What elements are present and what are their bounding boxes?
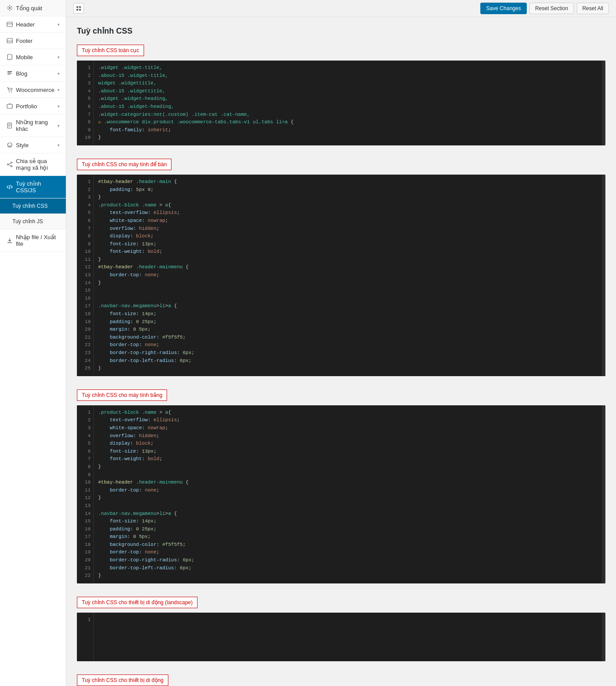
sidebar-label: Style xyxy=(16,142,57,149)
reset-section-button-top[interactable]: Reset Section xyxy=(529,3,574,14)
main-content: Save Changes Reset Section Reset All Tuỳ… xyxy=(66,0,616,686)
code-editor-landscape[interactable]: 1 xyxy=(77,613,605,661)
sidebar-label: Nhập file / Xuất file xyxy=(16,234,60,247)
chevron-icon: ▾ xyxy=(57,71,60,76)
code-editor-tablet[interactable]: 12345678910111213141516171819202122 .pro… xyxy=(77,405,605,583)
chevron-icon: ▾ xyxy=(57,22,60,27)
css-section-mobile: Tuỳ chỉnh CSS cho thiết bị di động 1 xyxy=(77,675,605,686)
reset-all-button-top[interactable]: Reset All xyxy=(577,3,609,14)
svg-line-18 xyxy=(8,163,11,164)
portfolio-icon xyxy=(6,103,13,110)
sidebar-item-blog[interactable]: Blog ▾ xyxy=(0,65,66,82)
line-numbers: 12345678910111213141516171819202122 xyxy=(77,405,94,583)
sidebar-label: Tuỳ chỉnh CSS/JS xyxy=(16,180,60,194)
code-text-landscape[interactable] xyxy=(94,613,602,661)
sidebar: Tổng quát Header ▾ Footer Mobile ▾ xyxy=(0,0,66,686)
svg-rect-3 xyxy=(7,38,12,43)
sidebar-item-header[interactable]: Header ▾ xyxy=(0,16,66,33)
code-divider xyxy=(602,405,605,583)
sidebar-label: Blog xyxy=(16,70,57,77)
code-editor-global[interactable]: 12345678910 .widget .widget-title, .abou… xyxy=(77,61,605,145)
svg-point-17 xyxy=(11,166,12,167)
cart-icon xyxy=(6,86,13,93)
sidebar-sub-label: Tuỳ chỉnh CSS xyxy=(12,203,60,209)
sidebar-item-woocommerce[interactable]: Woocommerce ▾ xyxy=(0,82,66,98)
footer-icon xyxy=(6,37,13,44)
settings-icon xyxy=(6,4,13,11)
sidebar-label: Header xyxy=(16,21,57,28)
style-icon xyxy=(6,141,13,149)
svg-rect-23 xyxy=(79,9,81,11)
css-section-landscape: Tuỳ chỉnh CSS cho thiết bị di động (land… xyxy=(77,597,605,661)
content-area: Tuỳ chỉnh CSS Tuỳ chỉnh CSS toàn cục 123… xyxy=(66,17,616,686)
svg-line-19 xyxy=(8,165,11,166)
header-icon xyxy=(6,21,13,28)
sidebar-label: Tổng quát xyxy=(16,5,60,11)
sidebar-item-nhap-xuat[interactable]: Nhập file / Xuất file xyxy=(0,229,66,252)
chevron-icon: ▾ xyxy=(57,123,60,128)
svg-point-8 xyxy=(11,91,12,92)
sidebar-label: Những trang khác xyxy=(16,119,57,132)
svg-rect-9 xyxy=(7,104,12,108)
code-text-global[interactable]: .widget .widget-title, .about-15 .widget… xyxy=(94,61,602,145)
code-divider xyxy=(602,613,605,661)
section-label-global: Tuỳ chỉnh CSS toàn cục xyxy=(77,45,144,56)
svg-point-16 xyxy=(8,164,9,165)
sidebar-label: Footer xyxy=(16,38,60,44)
sidebar-item-nhung-trang-khac[interactable]: Những trang khác ▾ xyxy=(0,114,66,137)
section-label-desktop: Tuỳ chỉnh CSS cho máy tính để bàn xyxy=(77,159,171,170)
pages-icon xyxy=(6,122,13,129)
sidebar-item-chia-se[interactable]: Chia sẻ qua mạng xã hội xyxy=(0,153,66,176)
grid-icon[interactable] xyxy=(73,3,84,14)
sidebar-label: Mobile xyxy=(16,54,57,61)
svg-rect-21 xyxy=(79,6,81,8)
svg-rect-22 xyxy=(76,9,78,11)
chevron-icon: ▾ xyxy=(57,104,60,109)
sidebar-item-tong-quat[interactable]: Tổng quát xyxy=(0,0,66,16)
page-title: Tuỳ chỉnh CSS xyxy=(77,26,605,36)
code-text-desktop[interactable]: #tbay-header .header-main { padding: 5px… xyxy=(94,175,602,376)
sidebar-sub-label: Tuỳ chỉnh JS xyxy=(12,218,60,225)
css-section-desktop: Tuỳ chỉnh CSS cho máy tính để bàn 123456… xyxy=(77,159,605,376)
line-numbers: 12345678910 xyxy=(77,61,94,145)
top-bar: Save Changes Reset Section Reset All xyxy=(66,0,616,17)
svg-rect-20 xyxy=(76,6,78,8)
sidebar-item-footer[interactable]: Footer xyxy=(0,33,66,49)
sidebar-item-portfolio[interactable]: Portfolio ▾ xyxy=(0,98,66,114)
svg-point-0 xyxy=(9,7,11,9)
code-editor-desktop[interactable]: 1234567891011121314151617181920212223242… xyxy=(77,175,605,376)
svg-point-14 xyxy=(8,143,12,147)
chevron-icon: ▾ xyxy=(57,55,60,60)
top-bar-right: Save Changes Reset Section Reset All xyxy=(480,3,609,14)
svg-point-7 xyxy=(9,91,10,92)
line-numbers: 1 xyxy=(77,613,94,661)
chevron-icon: ▾ xyxy=(57,88,60,92)
sidebar-sub-item-tuy-chinh-css[interactable]: Tuỳ chỉnh CSS xyxy=(0,198,66,214)
sidebar-label: Portfolio xyxy=(16,103,57,110)
svg-rect-1 xyxy=(7,22,12,27)
code-divider xyxy=(602,61,605,145)
code-icon xyxy=(6,183,13,191)
line-numbers: 1234567891011121314151617181920212223242… xyxy=(77,175,94,376)
save-changes-button-top[interactable]: Save Changes xyxy=(480,3,527,14)
css-section-global: Tuỳ chỉnh CSS toàn cục 12345678910 .widg… xyxy=(77,45,605,145)
sidebar-sub-item-tuy-chinh-js[interactable]: Tuỳ chỉnh JS xyxy=(0,214,66,229)
mobile-icon xyxy=(6,53,13,61)
share-icon xyxy=(6,161,13,168)
sidebar-sub-menu: Tuỳ chỉnh CSS Tuỳ chỉnh JS xyxy=(0,198,66,229)
section-label-mobile: Tuỳ chỉnh CSS cho thiết bị di động xyxy=(77,675,168,686)
sidebar-item-mobile[interactable]: Mobile ▾ xyxy=(0,49,66,65)
css-section-tablet: Tuỳ chỉnh CSS cho máy tính bảng 12345678… xyxy=(77,389,605,583)
chevron-icon: ▾ xyxy=(57,143,60,148)
svg-point-15 xyxy=(11,162,12,164)
top-bar-left xyxy=(73,3,84,14)
section-label-landscape: Tuỳ chỉnh CSS cho thiết bị di động (land… xyxy=(77,597,198,608)
code-text-tablet[interactable]: .product-block .name > a{ text-overflow:… xyxy=(94,405,602,583)
import-icon xyxy=(6,237,13,244)
sidebar-item-style[interactable]: Style ▾ xyxy=(0,137,66,153)
sidebar-label: Chia sẻ qua mạng xã hội xyxy=(16,158,60,171)
section-label-tablet: Tuỳ chỉnh CSS cho máy tính bảng xyxy=(77,389,167,401)
sidebar-item-tuy-chinh-css-js[interactable]: Tuỳ chỉnh CSS/JS xyxy=(0,176,66,198)
blog-icon xyxy=(6,70,13,77)
sidebar-label: Woocommerce xyxy=(16,87,57,93)
